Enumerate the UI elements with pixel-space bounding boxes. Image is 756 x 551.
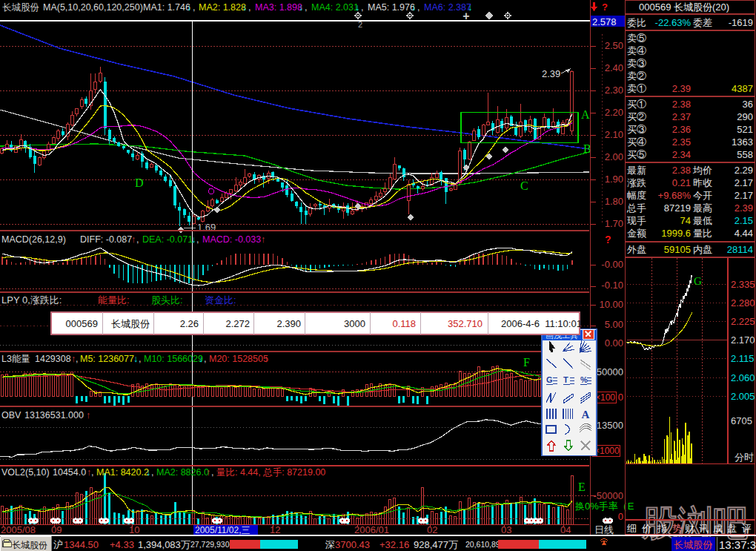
svg-text:↑: ↑ <box>206 467 210 478</box>
svg-text:长城股份: 长城股份 <box>111 318 150 329</box>
svg-text:M20: 1528505: M20: 1528505 <box>209 354 268 364</box>
svg-text:13:37:33: 13:37:33 <box>719 538 756 551</box>
svg-text:,: , <box>139 354 141 364</box>
svg-text:1363: 1363 <box>732 136 753 148</box>
svg-text:MACD: -0.033: MACD: -0.033 <box>202 234 261 245</box>
svg-text:2.39: 2.39 <box>735 202 753 214</box>
svg-text:卖②: 卖② <box>627 70 646 82</box>
svg-text:↓: ↓ <box>191 234 196 245</box>
svg-text:长城股份: 长城股份 <box>2 2 39 13</box>
svg-text:04: 04 <box>560 524 571 535</box>
svg-text:昨收: 昨收 <box>693 177 712 188</box>
svg-text:↓: ↓ <box>242 2 247 13</box>
svg-text:细: 细 <box>627 523 637 534</box>
svg-text:-0.00: -0.00 <box>601 259 623 270</box>
svg-text:2.578: 2.578 <box>592 16 617 27</box>
svg-text:×1000: ×1000 <box>594 446 620 456</box>
svg-text:1.90: 1.90 <box>605 174 623 185</box>
svg-text:2.005: 2.005 <box>731 391 755 402</box>
svg-text:MA1: 1.746: MA1: 1.746 <box>143 2 190 13</box>
svg-text:G: G <box>546 375 553 384</box>
svg-text:2.39: 2.39 <box>542 68 560 79</box>
svg-text:↓: ↓ <box>146 467 150 478</box>
svg-text:内盘: 内盘 <box>693 244 712 255</box>
svg-text:4387: 4387 <box>732 83 753 94</box>
svg-text:现手: 现手 <box>626 215 646 226</box>
svg-text:+4.33: +4.33 <box>110 539 134 550</box>
svg-text:日线: 日线 <box>594 524 614 535</box>
svg-text:资金比:: 资金比: <box>205 294 236 306</box>
svg-text:讯: 讯 <box>699 523 709 534</box>
svg-text:2.20: 2.20 <box>605 107 623 118</box>
svg-text:深: 深 <box>325 539 335 550</box>
svg-text:12: 12 <box>270 524 280 535</box>
svg-text:1.80: 1.80 <box>605 196 623 207</box>
svg-text:卖④: 卖④ <box>627 45 646 56</box>
svg-text:,: , <box>76 354 78 364</box>
svg-text:2.50: 2.50 <box>605 40 623 51</box>
svg-text:MA2: 1.828: MA2: 1.828 <box>199 2 246 13</box>
svg-text:2.17: 2.17 <box>735 190 753 201</box>
svg-text:↓: ↓ <box>355 2 359 13</box>
svg-text:VOL2(5,10): VOL2(5,10) <box>1 467 50 478</box>
svg-text:T: T <box>563 375 568 384</box>
svg-text:MA4: 2.031: MA4: 2.031 <box>311 2 359 13</box>
svg-text:M10: 1566029: M10: 1566029 <box>144 354 203 364</box>
svg-text:幅度: 幅度 <box>627 190 646 201</box>
svg-text:↑: ↑ <box>86 410 90 420</box>
svg-text:总手: 总手 <box>626 202 646 214</box>
svg-text:-0.10: -0.10 <box>601 280 623 291</box>
svg-text:股头比:: 股头比: <box>151 294 183 306</box>
svg-text:5.00: 5.00 <box>605 319 623 330</box>
svg-text:量比: 4.44, 总手: 87219.00: 量比: 4.44, 总手: 87219.00 <box>216 467 325 478</box>
svg-text:2.38: 2.38 <box>672 165 691 176</box>
svg-text:,: , <box>417 2 420 13</box>
svg-text:87219: 87219 <box>664 202 691 214</box>
svg-text:0: 0 <box>618 511 623 522</box>
svg-text:势: 势 <box>672 523 682 534</box>
svg-text:↓: ↓ <box>411 2 416 13</box>
svg-text:C: C <box>520 179 528 192</box>
svg-text:2005/08: 2005/08 <box>1 524 36 535</box>
svg-text:↑: ↑ <box>264 354 268 364</box>
svg-text:10: 10 <box>129 524 139 535</box>
svg-text:-22.63%: -22.63% <box>655 17 692 28</box>
svg-text:3000: 3000 <box>344 318 365 329</box>
svg-text:50000: 50000 <box>597 366 623 377</box>
svg-text:1.70: 1.70 <box>605 218 623 229</box>
svg-text:卖③: 卖③ <box>627 58 646 69</box>
svg-text:买①: 买① <box>627 99 646 110</box>
svg-text:09: 09 <box>51 524 62 535</box>
svg-text:2.38: 2.38 <box>672 99 691 110</box>
svg-text:2.30: 2.30 <box>605 85 623 96</box>
svg-text:2.15: 2.15 <box>735 215 753 226</box>
svg-text:3700.43: 3700.43 <box>335 539 370 550</box>
svg-text:2.35: 2.35 <box>672 136 691 148</box>
svg-text:2006/01: 2006/01 <box>354 524 389 535</box>
svg-text:财: 财 <box>685 523 694 534</box>
svg-text:2.36: 2.36 <box>672 124 691 135</box>
svg-text:涨跌: 涨跌 <box>627 177 646 188</box>
svg-text:000569 长城股份(20): 000569 长城股份(20) <box>639 1 729 13</box>
svg-text:2.280: 2.280 <box>731 297 755 309</box>
svg-text:买⑤: 买⑤ <box>627 149 646 160</box>
svg-text:521: 521 <box>737 124 753 135</box>
svg-text:10454.0: 10454.0 <box>53 467 86 478</box>
svg-text:2.26: 2.26 <box>180 318 199 329</box>
svg-text:盘: 盘 <box>727 523 737 534</box>
svg-text:13136531.000: 13136531.000 <box>24 410 84 420</box>
svg-text:2: 2 <box>358 20 362 29</box>
svg-text:MA2: 8826.0: MA2: 8826.0 <box>156 467 209 478</box>
svg-text:↓: ↓ <box>187 2 191 13</box>
svg-text:,: , <box>305 2 307 13</box>
svg-text:1,394,083万: 1,394,083万 <box>138 539 190 550</box>
svg-text:MA3: 1.898: MA3: 1.898 <box>255 2 302 13</box>
svg-text:928,477万: 928,477万 <box>414 539 458 550</box>
svg-text:DIFF: -0.087: DIFF: -0.087 <box>80 234 132 245</box>
svg-text:指: 指 <box>657 523 667 534</box>
svg-text:,: , <box>196 234 199 245</box>
svg-text:买③: 买③ <box>627 124 646 135</box>
svg-text:,: , <box>211 467 213 478</box>
svg-text:000569: 000569 <box>66 318 98 329</box>
svg-text:A: A <box>582 409 590 420</box>
